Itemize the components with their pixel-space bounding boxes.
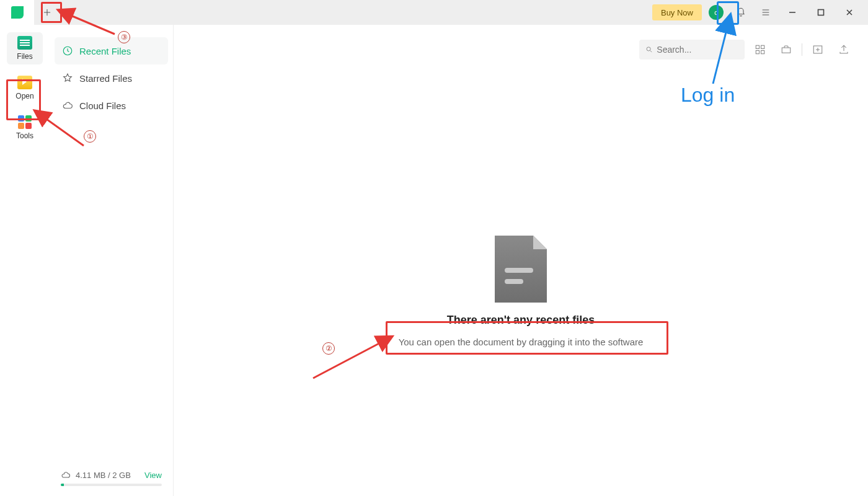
window-close-button[interactable] (837, 4, 862, 21)
search-field[interactable] (657, 45, 738, 55)
view-grid-icon[interactable] (750, 39, 771, 60)
sidebar-item-label: Recent Files (79, 46, 131, 56)
main-area: There aren't any recent files You can op… (174, 25, 868, 496)
svg-rect-4 (761, 45, 764, 48)
svg-rect-6 (761, 51, 764, 54)
file-sidebar: Recent Files Starred Files Cloud Files 4… (50, 25, 174, 496)
svg-rect-5 (756, 51, 759, 54)
titlebar: Buy Now c (0, 0, 868, 25)
empty-subtitle: You can open the document by dragging it… (389, 332, 653, 352)
account-avatar[interactable]: c (706, 4, 727, 21)
sidebar-item-starred-files[interactable]: Starred Files (55, 64, 168, 92)
sidebar-item-label: Cloud Files (79, 100, 126, 111)
storage-progress (61, 484, 162, 486)
window-minimize-button[interactable] (780, 4, 805, 21)
rail-item-tools[interactable]: Tools (7, 112, 43, 144)
search-icon (645, 45, 653, 54)
toolbox-icon[interactable] (776, 39, 797, 60)
storage-footer: 4.11 MB / 2 GB View (55, 465, 168, 491)
clock-icon (62, 45, 73, 56)
cloud-icon (62, 100, 73, 111)
menu-icon[interactable] (755, 4, 776, 21)
files-icon (17, 36, 32, 50)
sidebar-item-label: Starred Files (79, 73, 132, 84)
empty-state: There aren't any recent files You can op… (174, 74, 868, 496)
star-icon (62, 73, 73, 84)
rail-item-label: Open (16, 92, 33, 100)
main-toolbar (174, 25, 868, 74)
window-maximize-button[interactable] (808, 4, 833, 21)
svg-rect-3 (756, 45, 759, 48)
empty-document-icon (495, 236, 547, 303)
buy-now-button[interactable]: Buy Now (652, 4, 702, 20)
sidebar-item-recent-files[interactable]: Recent Files (55, 37, 168, 64)
notifications-icon[interactable] (730, 4, 751, 21)
buy-now-label: Buy Now (661, 8, 693, 17)
storage-view-link[interactable]: View (144, 471, 162, 480)
app-logo[interactable] (0, 0, 34, 25)
svg-rect-0 (818, 10, 824, 16)
sidebar-item-cloud-files[interactable]: Cloud Files (55, 92, 168, 119)
open-icon (17, 76, 32, 89)
cloud-icon (61, 470, 71, 480)
svg-rect-7 (782, 48, 790, 53)
empty-title: There aren't any recent files (447, 314, 595, 327)
rail-item-label: Files (17, 52, 32, 61)
rail-item-files[interactable]: Files (7, 32, 43, 64)
rail-item-label: Tools (16, 131, 33, 140)
divider (802, 43, 802, 56)
svg-point-2 (647, 47, 650, 51)
search-input[interactable] (639, 40, 745, 60)
left-rail: Files Open Tools (0, 25, 50, 496)
tools-icon (18, 115, 32, 129)
new-tab-button[interactable] (38, 4, 56, 21)
new-folder-icon[interactable] (807, 39, 828, 60)
storage-text: 4.11 MB / 2 GB (76, 471, 131, 480)
rail-item-open[interactable]: Open (7, 72, 43, 104)
upload-icon[interactable] (833, 39, 854, 60)
avatar-letter: c (714, 9, 718, 16)
